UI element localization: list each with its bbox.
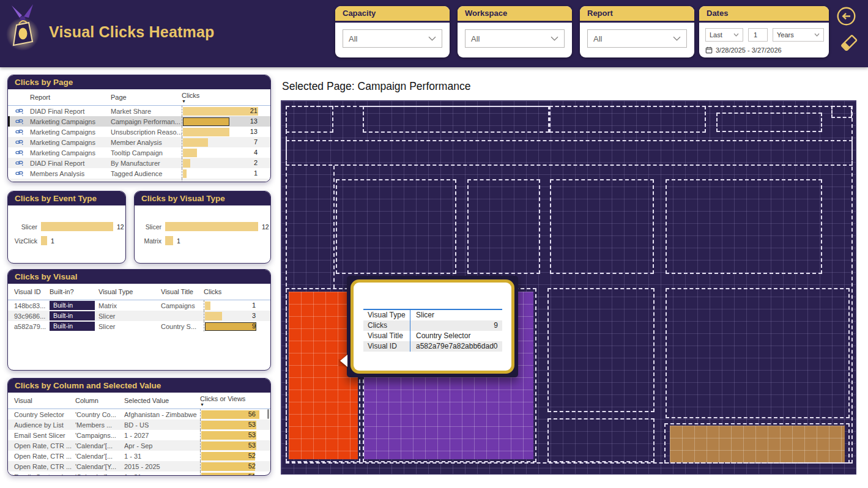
table-row[interactable]: Open Rate, CTR ...'Calendar'[Y...2015 - … <box>8 461 270 471</box>
dates-unit-value: Years <box>777 31 794 39</box>
cell-report: Marketing Campaigns <box>30 118 111 125</box>
clicks-bar[interactable] <box>201 462 255 471</box>
table-row[interactable]: Audience by List'Members ...BD - US53 <box>8 420 270 430</box>
bar-value: 1 <box>51 237 54 245</box>
capacity-dropdown-value: All <box>349 34 357 43</box>
eraser-icon <box>839 32 859 53</box>
back-arrow-icon <box>836 6 856 26</box>
sort-desc-icon: ▼ <box>200 402 270 407</box>
clicks-bar-cell: 53 <box>200 420 270 430</box>
tooltip: Visual TypeSlicerClicks9Visual TitleCoun… <box>347 276 518 377</box>
clicks-value: 7 <box>254 137 258 147</box>
filter-card-workspace: Workspace All <box>458 6 572 57</box>
clicks-bar[interactable] <box>183 149 197 157</box>
scrollbar-thumb[interactable] <box>267 409 269 419</box>
column-header-selected-value: Selected Value <box>124 397 200 404</box>
clicks-value: 53 <box>248 420 256 430</box>
clicks-bar[interactable] <box>183 138 208 147</box>
clicks-bar[interactable] <box>183 128 229 136</box>
panel-title-clicks-by-event-type: Clicks by Event Type <box>8 191 125 205</box>
table-row[interactable]: a582a79...Built-inSlicerCountry S...9 <box>8 321 270 331</box>
clicks-bar[interactable] <box>205 322 256 331</box>
bar-value: 12 <box>117 223 124 231</box>
cell-selected-value: Afghanistan - Zimbabwe <box>124 411 200 418</box>
table-row[interactable]: DIAD Final ReportBy Manufacturer2 <box>8 158 270 168</box>
report-dropdown-value: All <box>593 34 602 43</box>
clicks-bar[interactable] <box>183 117 229 126</box>
clicks-bar[interactable] <box>183 169 187 178</box>
bar[interactable] <box>41 236 47 245</box>
table-row[interactable]: Country Selector'Country Co...Afghanista… <box>8 409 270 420</box>
built-in-badge: Built-in <box>50 311 95 320</box>
table-row[interactable]: Marketing CampaignsUnsubscription Reaso.… <box>8 127 270 137</box>
event-type-bar-chart: Slicer12VizClick1 <box>10 205 125 250</box>
cell-visual-id: 93c9686... <box>14 312 50 320</box>
cell-page: Tooltip Campaign <box>111 149 182 157</box>
workspace-dropdown[interactable]: All <box>465 29 565 48</box>
clicks-bar-cell: 13 <box>182 127 270 137</box>
visual-outline <box>547 418 655 462</box>
table-row[interactable]: 148bc83...Built-inMatrixCampaigns1 <box>8 300 270 311</box>
bar[interactable] <box>41 222 113 231</box>
cell-report: Members Analysis <box>30 170 111 177</box>
clicks-value: 52 <box>248 451 256 461</box>
clicks-bar-cell: 53 <box>200 430 270 440</box>
table-row[interactable]: Members AnalysisTagged Audience1 <box>8 168 270 179</box>
cell-report: DIAD Final Report <box>30 108 111 115</box>
chevron-down-icon <box>551 36 558 41</box>
clicks-bar[interactable] <box>205 312 222 320</box>
bar-row: VizClick1 <box>10 236 125 245</box>
column-header-row: ReportPageClicks▼ <box>8 89 270 106</box>
table-row[interactable]: DIAD Final ReportMarket Share21 <box>8 106 270 116</box>
link-icon <box>15 108 23 114</box>
table-row[interactable]: Marketing CampaignsMember Analysis7 <box>8 137 270 147</box>
capacity-dropdown[interactable]: All <box>343 29 442 48</box>
cell-column: 'Calendar'[... <box>75 442 124 449</box>
table-row[interactable]: Marketing CampaignsCampaign Performan...… <box>8 116 270 127</box>
clear-filters-button[interactable] <box>839 32 859 53</box>
clicks-by-event-type-panel: Clicks by Event Type Slicer12VizClick1 <box>7 191 126 264</box>
dates-count-input[interactable] <box>748 28 768 42</box>
clicks-bar[interactable] <box>183 159 190 168</box>
back-button[interactable] <box>836 6 857 27</box>
bar-category-label: VizClick <box>10 237 37 245</box>
filter-card-dates: Dates Last Years 3/28/2025 - 3/27/2026 <box>699 6 829 57</box>
clicks-value: 9 <box>252 321 256 331</box>
clicks-bar[interactable] <box>183 107 258 116</box>
bar[interactable] <box>165 236 173 245</box>
clicks-by-visual-type-panel: Clicks by Visual Type Slicer12Matrix1 <box>134 191 271 264</box>
dates-unit-dropdown[interactable]: Years <box>773 28 824 42</box>
link-icon <box>15 170 23 177</box>
cell-selected-value: 1 - 31 <box>124 453 200 460</box>
heatmap-cell-tan-visual[interactable] <box>670 426 845 462</box>
cell-column: 'Campaigns... <box>75 432 124 439</box>
filter-card-capacity: Capacity All <box>335 6 450 57</box>
report-dropdown[interactable]: All <box>587 29 687 48</box>
heatmap-canvas[interactable]: Visual TypeSlicerClicks9Visual TitleCoun… <box>281 100 856 475</box>
bar-value: 1 <box>177 237 180 245</box>
table-row[interactable]: 93c9686...Built-inSlicer3 <box>8 311 270 321</box>
dates-period-dropdown[interactable]: Last <box>705 28 743 42</box>
filter-report-label: Report <box>580 6 694 23</box>
clicks-bar[interactable] <box>205 301 210 310</box>
table-row[interactable]: Marketing CampaignsTooltip Campaign4 <box>8 147 270 158</box>
table-row[interactable]: Open Rate, CTR ...'Calendar'[...Apr - Se… <box>8 440 270 451</box>
cell-page: Campaign Performan... <box>111 118 182 125</box>
clicks-bar-cell: 1 <box>182 168 270 179</box>
bar-row: Matrix1 <box>137 236 270 245</box>
visual-outline <box>286 106 333 133</box>
clicks-bar-cell: 52 <box>200 451 270 461</box>
clicks-value: 21 <box>250 106 258 116</box>
table-row[interactable]: Open Rate, CTR ...'Calendar'[...1 - 3152 <box>8 451 270 461</box>
clicks-bar[interactable] <box>201 452 255 460</box>
clicks-bar[interactable] <box>201 473 254 476</box>
table-row[interactable]: Emails Sent and ...'Calendar'[...1 - 315… <box>8 471 270 475</box>
visual-outline <box>547 288 655 412</box>
bar-category-label: Slicer <box>10 223 37 231</box>
table-row[interactable]: Email Sent Slicer'Campaigns...1 - 202753 <box>8 430 270 440</box>
bar[interactable] <box>165 222 258 231</box>
link-icon <box>15 139 23 146</box>
clicks-bar-cell: 4 <box>182 147 270 158</box>
column-header-row: Visual IDBuilt-in?Visual TypeVisual Titl… <box>8 284 270 300</box>
table-row-partial <box>8 179 270 182</box>
